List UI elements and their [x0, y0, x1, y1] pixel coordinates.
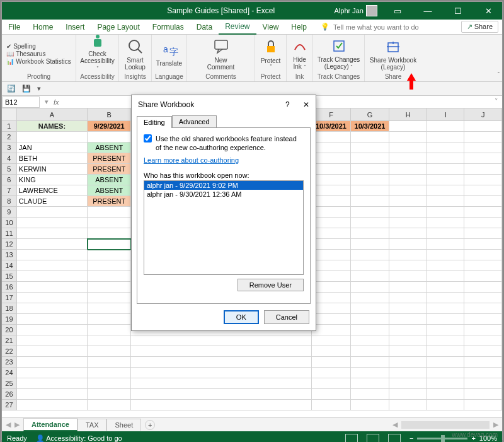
cell[interactable]	[312, 185, 351, 196]
cell[interactable]	[389, 207, 427, 218]
cell[interactable]	[351, 196, 390, 207]
cell[interactable]	[389, 335, 427, 346]
col-A[interactable]: A	[17, 108, 88, 120]
cell[interactable]	[464, 121, 502, 132]
cell[interactable]	[427, 378, 465, 389]
cell[interactable]	[389, 260, 427, 271]
cell[interactable]	[464, 175, 502, 185]
cell[interactable]	[427, 250, 465, 260]
row-header[interactable]: 26	[2, 389, 17, 400]
zoom-out-button[interactable]: −	[410, 434, 413, 442]
cell[interactable]	[464, 325, 502, 335]
cell[interactable]	[88, 314, 132, 325]
autosave-icon[interactable]: 🔄	[7, 84, 16, 93]
cell[interactable]	[312, 357, 351, 368]
cell[interactable]	[351, 325, 390, 335]
user-listbox[interactable]: alphr jan - 9/29/2021 9:02 PM alphr jan …	[144, 180, 304, 275]
cell[interactable]	[17, 335, 88, 346]
cell[interactable]: KING	[17, 175, 88, 185]
cell[interactable]	[389, 175, 427, 185]
cell[interactable]	[17, 346, 88, 357]
qat-dropdown-icon[interactable]: ▾	[37, 84, 41, 93]
view-pagelayout-button[interactable]	[367, 434, 379, 442]
row-header[interactable]: 12	[2, 239, 17, 250]
cell[interactable]	[427, 325, 465, 335]
cell[interactable]	[464, 250, 502, 260]
cell[interactable]	[427, 260, 465, 271]
cell[interactable]	[88, 378, 132, 389]
cell[interactable]	[389, 164, 427, 175]
cell[interactable]	[312, 207, 351, 218]
cell[interactable]	[351, 303, 390, 314]
row-header[interactable]: 9	[2, 207, 17, 218]
cell[interactable]	[389, 389, 427, 400]
new-sheet-button[interactable]: +	[145, 420, 155, 430]
cell[interactable]	[88, 303, 132, 314]
tab-formulas[interactable]: Formulas	[146, 20, 190, 34]
tab-file[interactable]: File	[2, 20, 26, 34]
cell[interactable]	[427, 357, 465, 368]
cell[interactable]	[427, 175, 465, 185]
cell[interactable]	[464, 378, 502, 389]
tab-help[interactable]: Help	[285, 20, 313, 34]
cell[interactable]	[427, 282, 465, 293]
cell[interactable]	[389, 271, 427, 282]
cell[interactable]	[427, 185, 465, 196]
cell[interactable]	[312, 314, 351, 325]
cell[interactable]	[464, 346, 502, 357]
cell[interactable]	[351, 271, 390, 282]
cell[interactable]	[389, 293, 427, 303]
tab-view[interactable]: View	[256, 20, 285, 34]
cell[interactable]	[464, 400, 502, 410]
cell[interactable]	[131, 346, 312, 357]
cell[interactable]: ABSENT	[88, 175, 132, 185]
cell[interactable]: CLAUDE	[17, 196, 88, 207]
fx-icon[interactable]: fx	[54, 98, 59, 106]
cell[interactable]	[17, 132, 88, 142]
cell[interactable]	[464, 218, 502, 228]
cell[interactable]	[427, 164, 465, 175]
row-header[interactable]: 7	[2, 185, 17, 196]
col-G[interactable]: G	[351, 108, 390, 120]
cell[interactable]: 10/3/2021	[351, 121, 390, 132]
cell[interactable]	[389, 314, 427, 325]
cell[interactable]	[351, 346, 390, 357]
select-all[interactable]	[2, 108, 17, 120]
cell[interactable]	[464, 293, 502, 303]
close-button[interactable]: ✕	[474, 2, 502, 20]
cell[interactable]	[389, 303, 427, 314]
cell[interactable]	[17, 282, 88, 293]
cell[interactable]	[17, 314, 88, 325]
sheet-tab-sheet[interactable]: Sheet	[106, 419, 141, 431]
cell[interactable]	[427, 121, 465, 132]
row-header[interactable]: 6	[2, 175, 17, 185]
cell[interactable]	[351, 132, 390, 142]
cell[interactable]	[17, 325, 88, 335]
cell[interactable]	[464, 303, 502, 314]
cell[interactable]	[351, 357, 390, 368]
cell[interactable]	[17, 303, 88, 314]
cell[interactable]	[312, 303, 351, 314]
cell[interactable]	[464, 228, 502, 239]
translate-button[interactable]: a字 Translate	[157, 41, 182, 67]
cell[interactable]	[427, 271, 465, 282]
cell[interactable]	[389, 325, 427, 335]
cell[interactable]	[17, 250, 88, 260]
row-header[interactable]: 14	[2, 260, 17, 271]
cell[interactable]	[17, 228, 88, 239]
cell[interactable]	[389, 239, 427, 250]
check-accessibility-button[interactable]: CheckAccessibility ˅	[85, 32, 110, 72]
cell[interactable]	[351, 400, 390, 410]
cell[interactable]	[312, 250, 351, 260]
cell[interactable]	[464, 368, 502, 378]
cell[interactable]	[389, 368, 427, 378]
cell[interactable]	[312, 175, 351, 185]
dialog-help-button[interactable]: ?	[285, 100, 290, 109]
cell[interactable]	[17, 378, 88, 389]
cell[interactable]	[464, 335, 502, 346]
sheet-tab-tax[interactable]: TAX	[77, 419, 107, 431]
cell[interactable]	[389, 378, 427, 389]
cell[interactable]: NAMES:	[17, 121, 88, 132]
smart-lookup-button[interactable]: SmartLookup	[123, 38, 148, 71]
cell[interactable]	[389, 218, 427, 228]
